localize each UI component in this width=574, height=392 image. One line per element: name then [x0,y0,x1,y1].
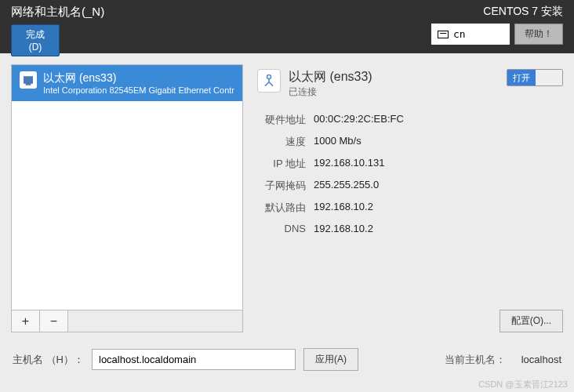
apply-button[interactable]: 应用(A) [303,348,358,371]
header-right: CENTOS 7 安装 cn 帮助！ [431,5,563,53]
device-item-ens33[interactable]: 以太网 (ens33) Intel Corporation 82545EM Gi… [12,65,242,101]
done-button[interactable]: 完成(D) [11,24,60,56]
header-bar: 网络和主机名(_N) 完成(D) CENTOS 7 安装 cn 帮助！ [0,0,574,53]
device-name: 以太网 (ens33) [43,71,234,85]
detail-status: 已连接 [289,85,372,99]
keyboard-icon [438,31,449,38]
current-hostname-label: 当前主机名： [445,353,506,367]
detail-info: 硬件地址00:0C:29:2C:EB:FC 速度1000 Mb/s IP 地址1… [257,113,563,234]
remove-device-button[interactable]: − [40,310,68,332]
info-row-ip: IP 地址192.168.10.131 [257,157,563,171]
device-panel: 以太网 (ens33) Intel Corporation 82545EM Gi… [11,64,243,332]
detail-title: 以太网 (ens33) [289,69,372,85]
keyboard-layout-label: cn [453,28,466,40]
page-title: 网络和主机名(_N) [11,5,104,20]
help-button[interactable]: 帮助！ [514,24,563,45]
hostname-label: 主机名 （H）： [13,353,84,367]
current-hostname-value: localhost [521,354,561,365]
watermark: CSDN @玉素晋江2123 [478,379,568,390]
ethernet-icon [257,69,281,93]
add-remove-bar: + − [11,310,243,332]
detail-panel: 以太网 (ens33) 已连接 打开 硬件地址00:0C:29:2C:EB:FC… [257,64,563,332]
content-area: 以太网 (ens33) Intel Corporation 82545EM Gi… [0,53,574,343]
hostname-bar: 主机名 （H）： 应用(A) 当前主机名： localhost [0,343,574,376]
device-list: 以太网 (ens33) Intel Corporation 82545EM Gi… [11,64,243,310]
info-row-dns: DNS192.168.10.2 [257,223,563,234]
svg-point-1 [267,75,271,79]
hostname-input[interactable] [92,349,296,370]
configure-button[interactable]: 配置(O)... [500,310,563,332]
install-title: CENTOS 7 安装 [431,5,563,19]
header-left: 网络和主机名(_N) 完成(D) [11,5,104,53]
connection-toggle[interactable]: 打开 [507,69,563,86]
info-row-hwaddr: 硬件地址00:0C:29:2C:EB:FC [257,113,563,127]
toggle-on-label: 打开 [507,70,536,85]
toggle-handle [536,70,562,85]
info-row-gateway: 默认路由192.168.10.2 [257,201,563,215]
keyboard-layout-selector[interactable]: cn [431,24,510,45]
add-device-button[interactable]: + [12,310,40,332]
ethernet-icon [20,71,37,89]
info-row-mask: 子网掩码255.255.255.0 [257,179,563,193]
svg-rect-0 [26,78,31,82]
info-row-speed: 速度1000 Mb/s [257,135,563,149]
device-subtitle: Intel Corporation 82545EM Gigabit Ethern… [43,85,234,95]
